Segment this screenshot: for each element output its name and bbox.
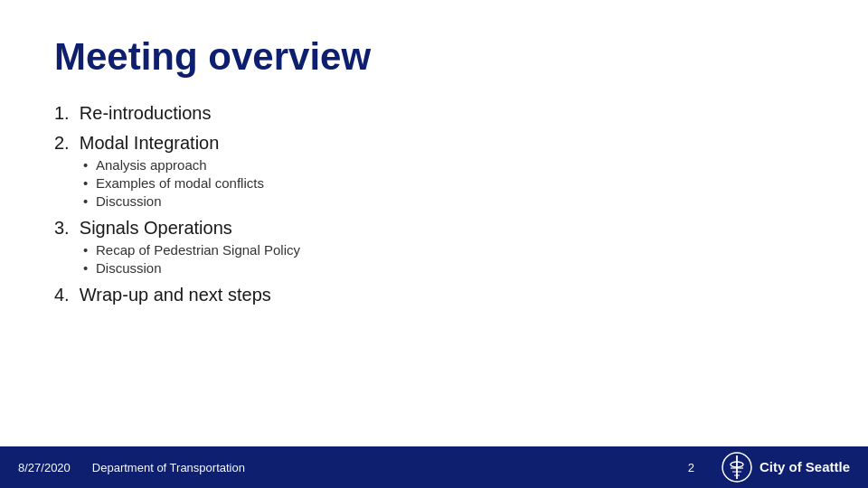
subitem-2-2: Examples of modal conflicts <box>83 175 814 191</box>
subitem-2-1: Analysis approach <box>83 157 814 173</box>
agenda-item-4: 4. Wrap-up and next steps <box>54 285 814 305</box>
city-name: City of Seattle <box>760 459 850 474</box>
agenda-item-1: 1. Re-introductions <box>54 103 814 124</box>
agenda-item-4-label: 4. Wrap-up and next steps <box>54 285 814 305</box>
subitem-2-3: Discussion <box>83 193 814 209</box>
agenda-item-2-label: 2. Modal Integration <box>54 133 814 154</box>
seattle-logo-icon <box>722 452 752 483</box>
agenda-item-1-label: 1. Re-introductions <box>54 103 814 124</box>
footer-department: Department of Transportation <box>92 461 688 474</box>
footer-date: 8/27/2020 <box>18 461 71 474</box>
slide: Meeting overview 1. Re-introductions 2. … <box>0 0 868 488</box>
agenda-item-2-subitems: Analysis approach Examples of modal conf… <box>83 157 814 209</box>
slide-title: Meeting overview <box>54 36 814 78</box>
main-content: Meeting overview 1. Re-introductions 2. … <box>0 0 868 446</box>
subitem-3-1: Recap of Pedestrian Signal Policy <box>83 242 814 258</box>
agenda-item-3-subitems: Recap of Pedestrian Signal Policy Discus… <box>83 242 814 276</box>
agenda-item-3-label: 3. Signals Operations <box>54 218 814 239</box>
agenda-item-3: 3. Signals Operations Recap of Pedestria… <box>54 218 814 276</box>
footer-page: 2 <box>688 461 694 474</box>
agenda-list: 1. Re-introductions 2. Modal Integration… <box>54 103 814 305</box>
agenda-item-2: 2. Modal Integration Analysis approach E… <box>54 133 814 209</box>
city-of-seattle-logo: City of Seattle <box>722 452 850 483</box>
footer: 8/27/2020 Department of Transportation 2… <box>0 446 868 488</box>
subitem-3-2: Discussion <box>83 260 814 276</box>
